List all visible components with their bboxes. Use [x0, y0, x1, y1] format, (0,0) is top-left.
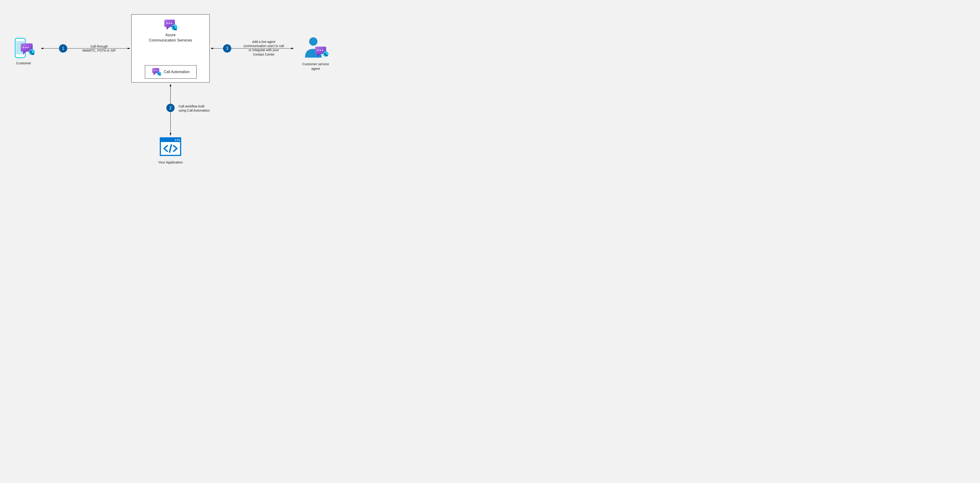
- step-num-1: 1: [62, 46, 64, 51]
- svg-point-22: [322, 49, 323, 51]
- agent-label: Customer service agent: [295, 62, 336, 71]
- svg-point-21: [320, 49, 321, 51]
- svg-point-14: [154, 70, 154, 71]
- svg-point-4: [23, 47, 24, 48]
- svg-point-10: [169, 22, 170, 24]
- svg-point-15: [155, 70, 156, 71]
- call-automation-label: Call Automation: [164, 70, 189, 74]
- agent-person-chat-icon: [302, 35, 329, 61]
- step-num-2: 2: [169, 105, 172, 110]
- edge-label-1: Call through WebRTC, PSTN or SIP: [76, 44, 122, 53]
- call-automation-icon: [152, 67, 161, 76]
- your-app-label: Your Application: [152, 160, 189, 164]
- svg-point-28: [179, 139, 180, 140]
- svg-point-18: [309, 37, 317, 46]
- call-automation-box: Call Automation: [145, 65, 197, 79]
- svg-point-9: [166, 22, 168, 24]
- code-window-icon: [159, 137, 182, 158]
- svg-point-5: [25, 47, 27, 48]
- svg-point-6: [27, 47, 29, 48]
- step-badge-3: 3: [223, 44, 231, 53]
- node-customer: Customer: [8, 37, 39, 65]
- step-num-3: 3: [226, 46, 228, 51]
- edge-label-3: Add a live agent (communication user) to…: [237, 40, 290, 56]
- customer-label: Customer: [8, 61, 39, 65]
- node-your-app: Your Application: [152, 137, 189, 164]
- svg-point-26: [175, 139, 176, 140]
- node-agent: Customer service agent: [295, 35, 336, 71]
- acs-chat-icon: [162, 19, 178, 32]
- svg-point-20: [317, 49, 318, 51]
- node-acs: Azure Communication Services Call Automa…: [131, 14, 210, 83]
- acs-title: Azure Communication Services: [132, 32, 209, 43]
- step-badge-2: 2: [166, 104, 175, 112]
- step-badge-1: 1: [59, 44, 67, 53]
- svg-point-27: [177, 139, 178, 140]
- edge-label-2: Call workflow built using Call Automatio…: [178, 104, 222, 113]
- svg-point-11: [171, 22, 172, 24]
- customer-phone-chat-icon: [11, 37, 37, 60]
- svg-point-16: [157, 70, 158, 71]
